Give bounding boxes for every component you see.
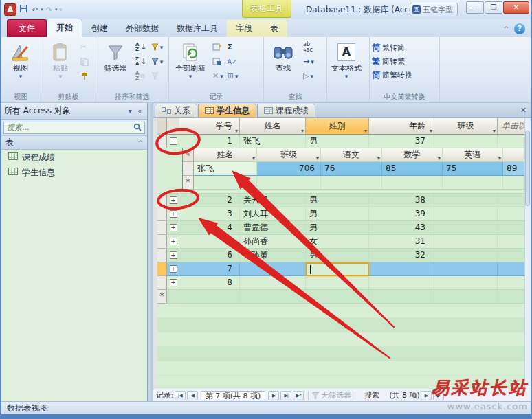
sub-column-header-chinese[interactable]: 语文▾	[321, 148, 382, 162]
cell-age[interactable]: 39	[369, 207, 434, 221]
cell-class[interactable]	[434, 135, 498, 148]
cell-class[interactable]	[434, 207, 498, 221]
column-dropdown-icon[interactable]: ▾	[235, 123, 238, 135]
new-cell[interactable]	[179, 290, 240, 304]
views-button[interactable]: 视图 ▾	[3, 38, 38, 80]
row-selector[interactable]	[157, 276, 167, 290]
cell-class[interactable]	[434, 235, 498, 249]
new-cell[interactable]	[369, 290, 434, 304]
sub-cell-math[interactable]: 85	[382, 162, 443, 176]
save-icon[interactable]	[19, 4, 29, 15]
expand-plus-icon[interactable]: +	[170, 251, 177, 259]
expand-plus-icon[interactable]: +	[170, 279, 177, 286]
previous-record-button[interactable]: ◀	[187, 391, 198, 400]
filter-button[interactable]: 筛选器	[98, 38, 133, 73]
search-icon[interactable]	[133, 121, 142, 134]
cell-name[interactable]: 张飞	[240, 135, 306, 148]
tab-file[interactable]: 文件	[7, 19, 47, 37]
sub-new-cell[interactable]	[382, 176, 443, 190]
column-header-name[interactable]: 姓名▾	[240, 118, 306, 135]
expand-plus-icon[interactable]: +	[170, 265, 177, 273]
expand-plus-icon[interactable]: +	[170, 210, 177, 218]
minimize-ribbon-icon[interactable]: ^	[503, 25, 509, 32]
filter-form-dropdown-icon[interactable]: ▾	[160, 58, 164, 65]
undo-icon[interactable]: ↶	[31, 5, 38, 14]
goto-icon[interactable]: →▾	[302, 56, 315, 67]
tab-table[interactable]: 表	[261, 20, 287, 37]
subdatasheet-data-row[interactable]: 张飞 706 76 85 75 89	[183, 162, 531, 176]
column-dropdown-icon[interactable]: ▾	[364, 123, 367, 135]
row-selector[interactable]	[157, 221, 167, 235]
cell-class[interactable]	[434, 194, 498, 207]
sort-ascending-icon[interactable]: AZ↓	[134, 41, 148, 53]
sub-cell-class[interactable]: 706	[257, 162, 321, 176]
last-record-button[interactable]: ▶|	[280, 391, 291, 400]
delete-dropdown-icon[interactable]: ▾	[220, 73, 223, 80]
simp-to-trad-button[interactable]: 繁 简转繁	[372, 55, 405, 67]
more-records-icon[interactable]: ⊞▾	[226, 70, 240, 82]
nav-item-course-grades[interactable]: 课程成绩	[1, 150, 147, 165]
cell-gender[interactable]: 男	[306, 221, 369, 235]
sub-new-cell[interactable]	[257, 176, 321, 190]
filter-form-icon[interactable]: ▾	[150, 56, 165, 67]
sub-cell-english[interactable]: 75	[443, 162, 503, 176]
next-record-button[interactable]: ▶	[268, 391, 279, 400]
spelling-icon[interactable]: A✓	[226, 56, 240, 67]
cell-class[interactable]	[434, 262, 498, 276]
sub-row-selector[interactable]	[183, 162, 194, 176]
sub-new-cell[interactable]	[194, 176, 257, 190]
vertical-scrollbar[interactable]	[524, 118, 531, 389]
search-input[interactable]: 搜索...	[3, 122, 145, 134]
new-cell[interactable]	[434, 290, 498, 304]
row-selector[interactable]	[157, 249, 167, 262]
cell-age[interactable]: 31	[369, 235, 434, 249]
select-dropdown-icon[interactable]: ▾	[310, 73, 313, 80]
cell-name[interactable]	[240, 262, 306, 276]
expand-plus-icon[interactable]: +	[170, 238, 177, 245]
tab-create[interactable]: 创建	[82, 20, 117, 37]
cell-name[interactable]: 公孙策	[240, 249, 306, 262]
cell-gender[interactable]: 男	[306, 249, 369, 262]
column-header-id[interactable]: 学号▾	[179, 118, 240, 135]
expand-plus-icon[interactable]: +	[170, 224, 177, 231]
sub-column-header-english[interactable]: 英语▾	[443, 148, 503, 162]
minimize-button[interactable]: —	[466, 1, 484, 14]
table-row[interactable]: + 3 刘大耳 男 39	[157, 207, 531, 221]
refresh-all-button[interactable]: 全部刷新 ▾	[171, 38, 210, 80]
select-all-corner[interactable]	[157, 118, 167, 135]
current-row-selector[interactable]	[157, 262, 167, 276]
new-record-row[interactable]: *	[157, 290, 531, 304]
cell-age[interactable]: 32	[369, 249, 434, 262]
format-painter-icon[interactable]	[79, 70, 90, 82]
table-row[interactable]: + 4 曹孟德 男 43	[157, 221, 531, 235]
cell-age[interactable]	[369, 276, 434, 290]
cell-name[interactable]: 关云羽	[240, 194, 306, 207]
text-format-button[interactable]: A 文本格式 ▾	[329, 38, 364, 80]
nav-item-student-info[interactable]: 学生信息	[1, 165, 147, 180]
sub-corner[interactable]: ✎	[183, 148, 194, 162]
column-header-class[interactable]: 班级▾	[434, 118, 498, 135]
new-record-button[interactable]: ▶*	[293, 391, 304, 400]
cell-id[interactable]: 2	[179, 194, 240, 207]
cell-class[interactable]	[434, 276, 498, 290]
table-row[interactable]: + 2 关云羽 男 38	[157, 194, 531, 207]
refresh-dropdown-icon[interactable]: ▾	[189, 73, 192, 80]
doctab-course-grades[interactable]: 课程成绩	[257, 104, 315, 117]
row-selector[interactable]	[157, 235, 167, 249]
cell-id[interactable]: 5	[179, 235, 240, 249]
column-dropdown-icon[interactable]: ▾	[301, 123, 304, 135]
cell-id[interactable]: 6	[179, 249, 240, 262]
expand-plus-icon[interactable]: +	[170, 196, 177, 204]
sub-new-cell[interactable]	[321, 176, 382, 190]
new-record-icon[interactable]: *	[157, 290, 167, 304]
cell-name[interactable]: 刘大耳	[240, 207, 306, 221]
nav-pane-menu-icon[interactable]: ▾	[126, 107, 135, 115]
table-row[interactable]: + 6 公孙策 男 32	[157, 249, 531, 262]
sub-new-record-icon[interactable]: *	[183, 176, 194, 190]
doctab-student-info[interactable]: 学生信息	[198, 104, 256, 117]
cell-gender[interactable]: 男	[306, 207, 369, 221]
table-row-current[interactable]: + 7	[157, 262, 531, 276]
column-header-age[interactable]: 年龄▾	[369, 118, 434, 135]
find-button[interactable]: 查找	[266, 38, 300, 73]
cell-age[interactable]: 37	[369, 135, 434, 148]
